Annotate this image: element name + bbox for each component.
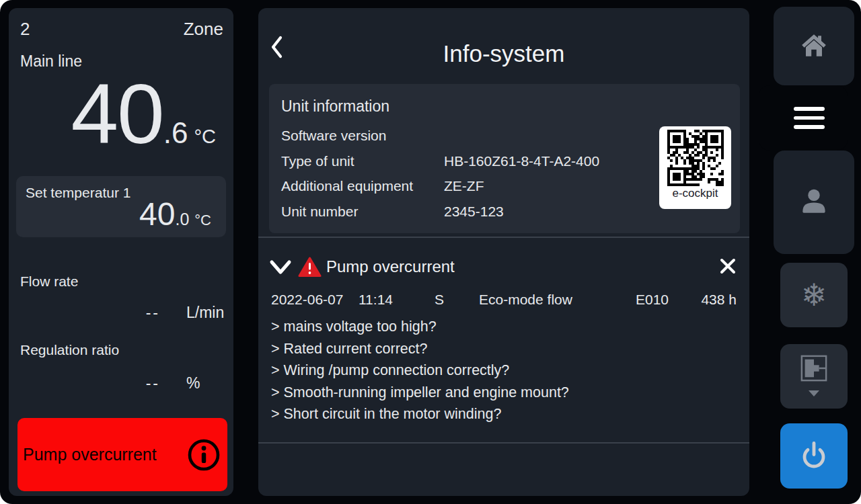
zone-number: 2 (20, 19, 30, 40)
unit-information-heading: Unit information (281, 97, 389, 116)
regulation-ratio-label: Regulation ratio (20, 342, 119, 358)
home-icon (800, 32, 828, 60)
unit-info-label: Additional equipment (281, 178, 444, 194)
main-temp-fraction: .6 (163, 118, 188, 148)
page-title: Info-system (258, 40, 749, 67)
check-item: > Short circuit in the motor winding? (271, 403, 737, 425)
info-icon[interactable] (187, 438, 221, 472)
set-temp-fraction: .0 (175, 211, 189, 228)
chevron-down-icon[interactable] (268, 258, 293, 281)
set-temperature-card[interactable]: Set temperatur 1 40 .0 °C (16, 176, 226, 237)
divider (258, 237, 749, 238)
main-temp-unit: °C (194, 127, 216, 146)
unit-info-value: ZE-ZF (444, 178, 646, 194)
set-temp-value: 40 .0 °C (139, 198, 211, 230)
home-button[interactable] (774, 7, 854, 85)
pump-overcurrent-alarm-button[interactable]: Pump overcurrent (17, 418, 227, 491)
alarm-meta-row: 2022-06-07 11:14 S Eco-mode flow E010 43… (258, 292, 749, 308)
zone-row: 2 Zone (20, 19, 223, 40)
set-temp-label: Set temperatur 1 (26, 185, 130, 201)
qr-code (667, 130, 724, 186)
qr-caption: e-cockpit (659, 187, 731, 199)
regulation-ratio-unit: % (186, 374, 200, 392)
unit-info-label: Unit number (281, 204, 444, 220)
warning-icon (298, 256, 322, 280)
alarm-checklist: > mains voltage too high? > Rated curren… (271, 316, 737, 425)
hamburger-menu-icon (794, 107, 825, 129)
alarm-title: Pump overcurrent (326, 257, 455, 276)
user-icon (798, 185, 829, 219)
alarm-source: Eco-mode flow (479, 292, 636, 308)
unit-information-card: Unit information Software version Type o… (269, 84, 740, 233)
power-icon (798, 438, 830, 474)
unit-info-row: Unit number 2345-123 (281, 204, 646, 220)
set-temp-integer: 40 (139, 198, 175, 230)
alarm-time: 11:14 (359, 292, 435, 308)
close-icon[interactable] (718, 257, 737, 278)
check-item: > mains voltage too high? (271, 316, 737, 338)
hmi-screen: 2 Zone Main line 40 .6 °C Set temperatur… (0, 0, 861, 504)
power-button[interactable] (780, 423, 848, 489)
zone-status-panel: 2 Zone Main line 40 .6 °C Set temperatur… (9, 8, 233, 496)
unit-info-label: Type of unit (281, 153, 444, 169)
check-item: > Rated current correct? (271, 338, 737, 360)
check-item: > Wiring /pump connection correctly? (271, 360, 737, 382)
unit-info-value: HB-160Z61-8-4T-A2-400 (444, 153, 646, 169)
dropdown-caret-icon (809, 387, 819, 399)
user-button[interactable] (774, 151, 854, 254)
unit-info-row: Type of unit HB-160Z61-8-4T-A2-400 (281, 153, 646, 169)
zone-layout-icon (800, 354, 828, 385)
info-system-panel: Info-system Unit information Software ve… (258, 8, 749, 496)
regulation-ratio-value: -- (96, 374, 160, 392)
divider (258, 442, 749, 444)
main-temperature-display: 40 .6 °C (71, 71, 216, 157)
alarm-header: Pump overcurrent (258, 254, 749, 281)
check-item: > Smooth-running impeller and engine mou… (271, 382, 737, 404)
unit-info-value (444, 128, 646, 144)
alarm-code: E010 (636, 292, 696, 308)
e-cockpit-qr-card[interactable]: e-cockpit (659, 126, 731, 209)
unit-info-value: 2345-123 (444, 204, 646, 220)
cooling-button[interactable]: ❄ (780, 263, 848, 327)
zone-select-button[interactable] (780, 344, 848, 409)
alarm-runtime: 438 h (696, 292, 737, 308)
flow-rate-unit: L/min (186, 304, 224, 322)
set-temp-unit: °C (194, 213, 211, 228)
alarm-class: S (435, 292, 479, 308)
unit-info-row: Additional equipment ZE-ZF (281, 178, 646, 194)
snowflake-icon: ❄ (801, 280, 827, 310)
unit-info-label: Software version (281, 128, 444, 144)
flow-rate-label: Flow rate (20, 274, 78, 290)
alarm-date: 2022-06-07 (271, 292, 359, 308)
flow-rate-value: -- (96, 304, 160, 322)
unit-info-row: Software version (281, 128, 646, 144)
main-temp-integer: 40 (71, 71, 163, 157)
alarm-button-label: Pump overcurrent (23, 445, 157, 464)
menu-button-active[interactable] (759, 85, 848, 151)
zone-label: Zone (184, 19, 223, 40)
